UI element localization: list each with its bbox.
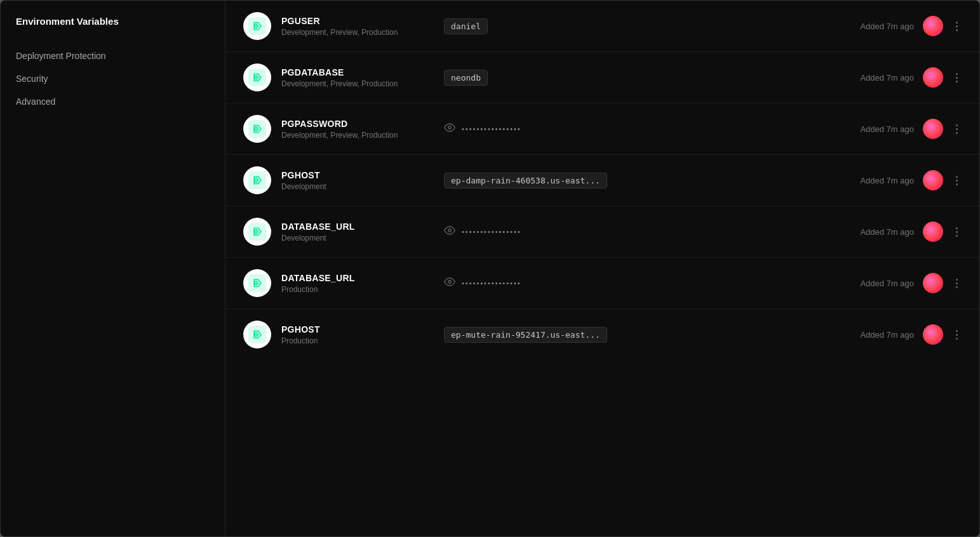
- value-badge: neondb: [444, 70, 488, 86]
- added-time: Added 7m ago: [860, 73, 914, 83]
- avatar: [243, 115, 271, 143]
- var-info: DATABASE_URL Production: [281, 273, 434, 294]
- added-time: Added 7m ago: [860, 22, 914, 31]
- neon-logo-icon: [248, 223, 266, 241]
- var-env: Development, Preview, Production: [281, 79, 434, 88]
- var-env: Development, Preview, Production: [281, 131, 434, 140]
- var-info: DATABASE_URL Development: [281, 222, 434, 242]
- var-name: PGHOST: [281, 324, 434, 335]
- more-button[interactable]: [952, 19, 962, 34]
- more-button[interactable]: [952, 225, 962, 239]
- sidebar-item-security[interactable]: Security: [16, 67, 210, 90]
- eye-icon[interactable]: [444, 225, 455, 239]
- svg-rect-16: [254, 333, 255, 336]
- svg-rect-1: [254, 24, 255, 28]
- sidebar-item-advanced[interactable]: Advanced: [16, 90, 210, 113]
- var-info: PGHOST Development: [281, 170, 434, 191]
- row-right: Added 7m ago: [860, 324, 962, 345]
- var-env: Production: [281, 336, 434, 345]
- user-avatar: [923, 67, 943, 88]
- user-avatar: [923, 222, 943, 242]
- value-badge: daniel: [444, 18, 488, 34]
- env-vars-list: PGUSER Development, Preview, Production …: [225, 1, 979, 536]
- secret-dots: ••••••••••••••••: [462, 125, 521, 133]
- eye-icon[interactable]: [444, 122, 455, 136]
- svg-rect-8: [254, 178, 255, 182]
- table-row: PGPASSWORD Development, Preview, Product…: [225, 103, 979, 155]
- svg-rect-5: [254, 127, 255, 131]
- var-name: PGPASSWORD: [281, 119, 434, 129]
- avatar: [243, 12, 271, 40]
- row-right: Added 7m ago: [860, 67, 962, 88]
- row-right: Added 7m ago: [860, 273, 962, 293]
- var-env: Development: [281, 182, 434, 191]
- row-right: Added 7m ago: [860, 119, 962, 139]
- neon-logo-icon: [248, 17, 266, 35]
- sidebar: Environment Variables Deployment Protect…: [1, 1, 225, 536]
- var-env: Development, Preview, Production: [281, 28, 434, 37]
- user-avatar: [923, 16, 943, 36]
- var-value-area: ••••••••••••••••: [444, 225, 850, 239]
- sidebar-item-deployment-protection[interactable]: Deployment Protection: [16, 44, 210, 67]
- app-window: Environment Variables Deployment Protect…: [0, 0, 980, 537]
- svg-point-6: [448, 126, 452, 129]
- more-button[interactable]: [952, 328, 962, 342]
- var-info: PGUSER Development, Preview, Production: [281, 16, 434, 37]
- secret-dots: ••••••••••••••••: [462, 279, 521, 287]
- neon-logo-icon: [248, 120, 266, 138]
- var-env: Development: [281, 234, 434, 242]
- user-avatar: [923, 273, 943, 293]
- var-value-area: neondb: [444, 70, 850, 86]
- row-right: Added 7m ago: [860, 170, 962, 190]
- var-value-area: ep-damp-rain-460538.us-east...: [444, 173, 850, 189]
- var-value-area: ••••••••••••••••: [444, 276, 850, 290]
- var-info: PGPASSWORD Development, Preview, Product…: [281, 119, 434, 140]
- var-value-area: daniel: [444, 18, 850, 34]
- more-button[interactable]: [952, 70, 962, 85]
- user-avatar: [923, 170, 943, 190]
- table-row: PGHOST Development ep-damp-rain-460538.u…: [225, 155, 979, 206]
- var-value-area: ••••••••••••••••: [444, 122, 850, 136]
- row-right: Added 7m ago: [860, 16, 962, 36]
- added-time: Added 7m ago: [860, 330, 914, 340]
- svg-rect-3: [254, 76, 255, 79]
- neon-logo-icon: [248, 274, 266, 292]
- neon-logo-icon: [248, 171, 266, 189]
- value-badge: ep-mute-rain-952417.us-east...: [444, 327, 607, 343]
- var-name: DATABASE_URL: [281, 273, 434, 283]
- eye-icon[interactable]: [444, 276, 455, 290]
- var-info: PGDATABASE Development, Preview, Product…: [281, 67, 434, 88]
- avatar: [243, 166, 271, 194]
- table-row: PGHOST Production ep-mute-rain-952417.us…: [225, 309, 979, 360]
- avatar: [243, 269, 271, 297]
- user-avatar: [923, 119, 943, 139]
- more-button[interactable]: [952, 276, 962, 291]
- var-name: PGUSER: [281, 16, 434, 26]
- avatar: [243, 63, 271, 91]
- svg-rect-13: [254, 281, 255, 285]
- var-info: PGHOST Production: [281, 324, 434, 345]
- svg-rect-10: [254, 230, 255, 234]
- added-time: Added 7m ago: [860, 227, 914, 237]
- added-time: Added 7m ago: [860, 176, 914, 185]
- avatar: [243, 321, 271, 348]
- more-button[interactable]: [952, 173, 962, 188]
- var-value-area: ep-mute-rain-952417.us-east...: [444, 327, 850, 343]
- table-row: PGUSER Development, Preview, Production …: [225, 1, 979, 52]
- secret-dots: ••••••••••••••••: [462, 228, 521, 235]
- added-time: Added 7m ago: [860, 279, 914, 288]
- var-env: Production: [281, 285, 434, 294]
- sidebar-title: Environment Variables: [16, 13, 210, 27]
- svg-point-14: [448, 281, 452, 284]
- avatar: [243, 218, 271, 246]
- value-badge: ep-damp-rain-460538.us-east...: [444, 173, 607, 189]
- svg-point-11: [448, 229, 452, 232]
- var-name: DATABASE_URL: [281, 222, 434, 232]
- more-button[interactable]: [952, 122, 962, 136]
- table-row: DATABASE_URL Development •••••••••••••••…: [225, 206, 979, 258]
- neon-logo-icon: [248, 326, 266, 343]
- table-row: PGDATABASE Development, Preview, Product…: [225, 52, 979, 103]
- user-avatar: [923, 324, 943, 345]
- var-name: PGHOST: [281, 170, 434, 180]
- row-right: Added 7m ago: [860, 222, 962, 242]
